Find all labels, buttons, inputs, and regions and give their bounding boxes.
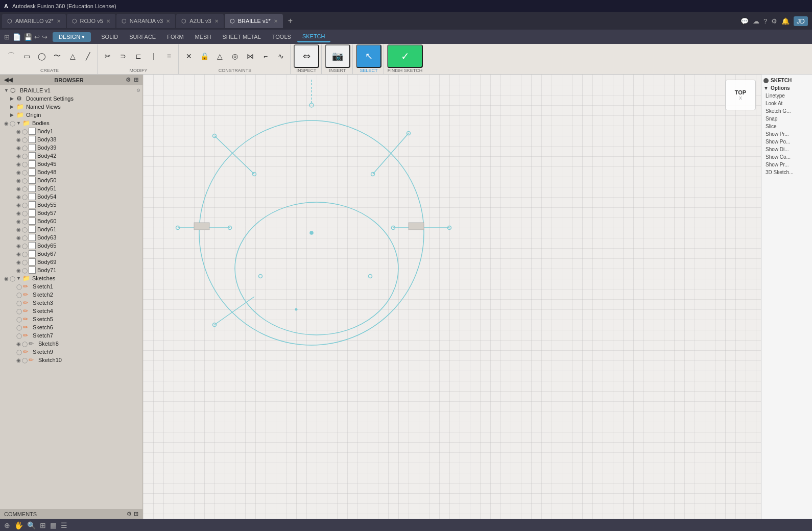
status-box-icon[interactable]: ⊞ bbox=[40, 521, 46, 529]
body51-checkbox[interactable] bbox=[29, 185, 36, 192]
tool-extend[interactable]: ⊏ bbox=[131, 49, 146, 63]
undo-icon[interactable]: ↩ bbox=[34, 33, 40, 41]
body50-checkbox[interactable] bbox=[29, 177, 36, 184]
tab-rojo[interactable]: ⬡ ROJO v5 ✕ bbox=[67, 14, 115, 28]
tool-inspect[interactable]: ⇔ bbox=[294, 44, 319, 68]
body51-vis2-icon[interactable]: ◯ bbox=[22, 186, 28, 191]
status-arrow-icon[interactable]: ⊕ bbox=[4, 521, 10, 529]
status-zoom-icon[interactable]: 🔍 bbox=[27, 521, 36, 529]
canvas-area[interactable]: TOP X bbox=[143, 75, 761, 519]
body71-checkbox[interactable] bbox=[29, 267, 36, 274]
body67-checkbox[interactable] bbox=[29, 250, 36, 257]
tab-rojo-close[interactable]: ✕ bbox=[106, 18, 110, 24]
body1-vis-icon[interactable]: ◉ bbox=[16, 129, 21, 134]
body50-vis2-icon[interactable]: ◯ bbox=[22, 178, 28, 183]
collapse-sidebar-icon[interactable]: ◀◀ bbox=[4, 77, 12, 83]
tree-body1[interactable]: ◉ ◯ Body1 bbox=[0, 127, 142, 135]
bell-icon[interactable]: 🔔 bbox=[781, 17, 790, 25]
menu-grid-icon[interactable]: ⊞ bbox=[4, 33, 10, 41]
finish-sketch-button[interactable]: ✓ bbox=[387, 44, 423, 68]
tab-amarillo-close[interactable]: ✕ bbox=[57, 18, 61, 24]
option-linetype[interactable]: Linetype bbox=[763, 92, 810, 100]
menu-form[interactable]: FORM bbox=[162, 32, 188, 42]
sketches-vis2-icon[interactable]: ◯ bbox=[10, 276, 15, 281]
tree-body42[interactable]: ◉ ◯ Body42 bbox=[0, 152, 142, 160]
tree-body63[interactable]: ◉ ◯ Body63 bbox=[0, 233, 142, 242]
option-show-co[interactable]: Show Co... bbox=[763, 153, 810, 161]
option-show-di[interactable]: Show Di... bbox=[763, 146, 810, 153]
tree-body48[interactable]: ◉ ◯ Body48 bbox=[0, 168, 142, 176]
tree-body54[interactable]: ◉ ◯ Body54 bbox=[0, 192, 142, 201]
body38-checkbox[interactable] bbox=[29, 136, 36, 143]
body63-checkbox[interactable] bbox=[29, 234, 36, 241]
bodies-vis2-icon[interactable]: ◯ bbox=[10, 120, 15, 126]
tree-bodies[interactable]: ◉ ◯ ▼ 📁 Bodies bbox=[0, 119, 142, 127]
tool-rectangle[interactable]: ▭ bbox=[19, 49, 34, 63]
body54-vis2-icon[interactable]: ◯ bbox=[22, 194, 28, 200]
tool-insert[interactable]: 📷 bbox=[325, 44, 350, 68]
menu-tools[interactable]: TOOLS bbox=[267, 32, 296, 42]
tool-curvature[interactable]: ∿ bbox=[274, 49, 288, 63]
tree-body67[interactable]: ◉ ◯ Body67 bbox=[0, 250, 142, 258]
sketch1-vis-icon[interactable]: ◯ bbox=[16, 284, 22, 289]
body69-checkbox[interactable] bbox=[29, 258, 36, 266]
body69-vis-icon[interactable]: ◉ bbox=[16, 259, 21, 265]
tree-body65[interactable]: ◉ ◯ Body65 bbox=[0, 242, 142, 250]
tree-body45[interactable]: ◉ ◯ Body45 bbox=[0, 160, 142, 168]
tab-naranja[interactable]: ⬡ NARANJA v3 ✕ bbox=[116, 14, 175, 28]
tool-coincident[interactable]: ✕ bbox=[182, 49, 196, 63]
status-hand-icon[interactable]: 🖐 bbox=[14, 521, 23, 529]
body65-checkbox[interactable] bbox=[29, 242, 36, 249]
options-title[interactable]: ▼ Options bbox=[763, 84, 810, 92]
help-icon[interactable]: ? bbox=[763, 17, 767, 25]
tree-sketch4[interactable]: ◯ ✏ Sketch4 bbox=[0, 307, 142, 315]
sketch2-vis-icon[interactable]: ◯ bbox=[16, 292, 22, 298]
body50-vis-icon[interactable]: ◉ bbox=[16, 178, 21, 183]
tree-sketch6[interactable]: ◯ ✏ Sketch6 bbox=[0, 323, 142, 331]
option-slice[interactable]: Slice bbox=[763, 123, 810, 130]
sketch4-vis-icon[interactable]: ◯ bbox=[16, 308, 22, 314]
tool-line[interactable]: ╱ bbox=[81, 49, 95, 63]
browser-expand-icon[interactable]: ⊞ bbox=[134, 77, 138, 83]
body67-vis-icon[interactable]: ◉ bbox=[16, 251, 21, 257]
tree-body69[interactable]: ◉ ◯ Body69 bbox=[0, 258, 142, 266]
body69-vis2-icon[interactable]: ◯ bbox=[22, 259, 28, 265]
tool-trim[interactable]: ✂ bbox=[101, 49, 115, 63]
body48-checkbox[interactable] bbox=[29, 168, 36, 176]
body54-vis-icon[interactable]: ◉ bbox=[16, 194, 21, 200]
tree-sketch9[interactable]: ◯ ✏ Sketch9 bbox=[0, 348, 142, 356]
tree-body39[interactable]: ◉ ◯ Body39 bbox=[0, 143, 142, 152]
body61-checkbox[interactable] bbox=[29, 226, 36, 233]
notification-icon[interactable]: 💬 bbox=[741, 17, 749, 25]
menu-sheet-metal[interactable]: SHEET METAL bbox=[217, 32, 266, 42]
body39-checkbox[interactable] bbox=[29, 144, 36, 151]
tool-offset[interactable]: ⊃ bbox=[116, 49, 130, 63]
body60-vis2-icon[interactable]: ◯ bbox=[22, 219, 28, 224]
body57-vis-icon[interactable]: ◉ bbox=[16, 210, 21, 216]
sketch3-vis-icon[interactable]: ◯ bbox=[16, 300, 22, 306]
tree-sketch3[interactable]: ◯ ✏ Sketch3 bbox=[0, 299, 142, 307]
body57-checkbox[interactable] bbox=[29, 209, 36, 216]
tree-origin[interactable]: ▶ 📁 Origin bbox=[0, 111, 142, 119]
body42-checkbox[interactable] bbox=[29, 152, 36, 159]
tool-circle[interactable]: ◯ bbox=[35, 49, 49, 63]
body61-vis-icon[interactable]: ◉ bbox=[16, 227, 21, 232]
body55-vis2-icon[interactable]: ◯ bbox=[22, 202, 28, 208]
body38-vis-icon[interactable]: ◉ bbox=[16, 137, 21, 142]
tool-lock[interactable]: 🔒 bbox=[197, 49, 211, 63]
body61-vis2-icon[interactable]: ◯ bbox=[22, 227, 28, 232]
body67-vis2-icon[interactable]: ◯ bbox=[22, 251, 28, 257]
body42-vis2-icon[interactable]: ◯ bbox=[22, 153, 28, 159]
body48-vis2-icon[interactable]: ◯ bbox=[22, 170, 28, 175]
tab-azul-close[interactable]: ✕ bbox=[214, 18, 219, 24]
body55-checkbox[interactable] bbox=[29, 201, 36, 208]
menu-surface[interactable]: SURFACE bbox=[124, 32, 161, 42]
tree-named-views[interactable]: ▶ 📁 Named Views bbox=[0, 103, 142, 111]
body55-vis-icon[interactable]: ◉ bbox=[16, 202, 21, 208]
sketch9-vis-icon[interactable]: ◯ bbox=[16, 349, 22, 355]
tab-naranja-close[interactable]: ✕ bbox=[166, 18, 170, 24]
menu-sketch[interactable]: SKETCH bbox=[297, 31, 330, 42]
body39-vis-icon[interactable]: ◉ bbox=[16, 145, 21, 151]
sketch5-vis-icon[interactable]: ◯ bbox=[16, 317, 22, 322]
tree-body38[interactable]: ◉ ◯ Body38 bbox=[0, 135, 142, 143]
